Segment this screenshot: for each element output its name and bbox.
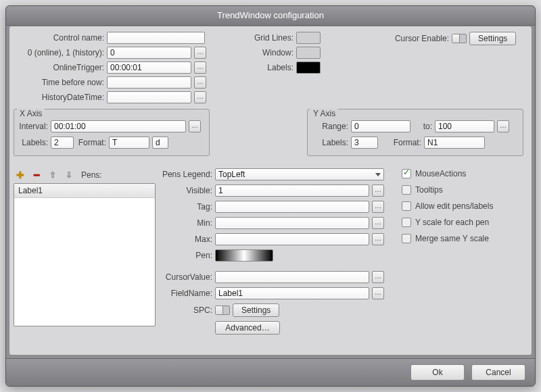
xaxis-group: X Axis Interval: 00:01:00 Labels: 2 Form…: [14, 109, 210, 156]
list-item[interactable]: Label1: [14, 184, 155, 198]
ok-button[interactable]: Ok: [410, 364, 465, 381]
move-up-button[interactable]: ⇧: [46, 168, 60, 182]
yaxis-format-label: Format:: [381, 138, 421, 147]
window-color-label: Window:: [233, 48, 293, 57]
yaxis-format-field[interactable]: N1: [424, 137, 485, 149]
time-before-now-label: Time before now:: [9, 78, 104, 87]
xaxis-interval-browse-button[interactable]: [189, 120, 201, 132]
tag-label: Tag:: [158, 202, 212, 212]
move-down-button[interactable]: ⇩: [62, 168, 76, 182]
mode-label: 0 (online), 1 (history):: [9, 48, 104, 57]
mode-field[interactable]: 0: [107, 47, 191, 59]
xaxis-format-label: Format:: [76, 138, 106, 147]
cancel-button[interactable]: Cancel: [471, 364, 525, 381]
labels-color[interactable]: [296, 62, 321, 74]
yaxis-to-label: to:: [413, 122, 432, 131]
min-label: Min:: [158, 218, 212, 228]
pens-listbox[interactable]: Label1: [14, 183, 156, 326]
xaxis-format2-field[interactable]: d: [152, 137, 168, 149]
legend-label: Pens Legend:: [158, 170, 212, 179]
titlebar: TrendWindow configuration: [6, 6, 535, 26]
labels-color-label: Labels:: [233, 63, 293, 72]
fieldname-browse-button[interactable]: [372, 287, 384, 299]
footer: Ok Cancel: [6, 358, 535, 386]
advanced-button[interactable]: Advanced…: [215, 321, 280, 335]
legend-combo[interactable]: TopLeft: [215, 168, 384, 180]
max-label: Max:: [158, 235, 212, 244]
yaxis-labels-field[interactable]: 3: [351, 137, 378, 149]
online-trigger-label: OnlineTrigger:: [9, 63, 104, 72]
history-dt-browse-button[interactable]: [194, 91, 206, 103]
xaxis-interval-label: Interval:: [14, 122, 48, 131]
cursor-settings-button[interactable]: Settings: [469, 32, 516, 45]
tag-field[interactable]: [215, 201, 369, 213]
min-field[interactable]: [215, 217, 369, 229]
cursor-value-field[interactable]: [215, 271, 369, 283]
control-name-field[interactable]: [107, 32, 205, 44]
time-before-now-browse-button[interactable]: [194, 76, 206, 89]
history-dt-label: HistoryDateTime:: [9, 93, 104, 102]
xaxis-format-field[interactable]: T: [109, 137, 149, 149]
dialog: TrendWindow configuration Control name: …: [5, 5, 536, 387]
yaxis-range-from-field[interactable]: 0: [351, 120, 410, 132]
y-each-checkbox[interactable]: Y scale for each pen: [402, 217, 489, 228]
remove-pen-button[interactable]: ━: [30, 168, 43, 182]
visible-browse-button[interactable]: [372, 185, 384, 197]
spc-settings-button[interactable]: Settings: [233, 303, 279, 317]
online-trigger-browse-button[interactable]: [194, 62, 206, 74]
cursor-enable-toggle[interactable]: [452, 34, 467, 43]
yaxis-range-label: Range:: [308, 122, 348, 131]
mouse-actions-checkbox[interactable]: MouseActions: [402, 168, 466, 179]
allow-edit-checkbox[interactable]: Allow edit pens/labels: [402, 201, 493, 212]
fieldname-field[interactable]: Label1: [215, 287, 369, 299]
content: Control name: 0 (online), 1 (history): 0…: [9, 26, 532, 356]
xaxis-interval-field[interactable]: 00:01:00: [51, 120, 186, 132]
spc-label: SPC:: [158, 305, 212, 315]
xaxis-title: X Axis: [17, 109, 45, 118]
history-dt-field[interactable]: [107, 91, 191, 103]
window-title: TrendWindow configuration: [217, 10, 324, 20]
visible-label: Visible:: [158, 186, 212, 195]
xaxis-labels-field[interactable]: 2: [51, 137, 74, 149]
mode-browse-button[interactable]: [194, 47, 206, 59]
yaxis-group: Y Axis Range: 0 to: 100 Labels: 3 Format…: [307, 109, 523, 156]
pen-label: Pen:: [158, 251, 212, 260]
pen-swatch[interactable]: [215, 249, 273, 262]
gridlines-color[interactable]: [296, 32, 321, 44]
yaxis-labels-label: Labels:: [308, 138, 348, 147]
pens-label: Pens:: [81, 170, 105, 180]
min-browse-button[interactable]: [372, 217, 384, 229]
tag-browse-button[interactable]: [372, 201, 384, 213]
max-browse-button[interactable]: [372, 233, 384, 245]
fieldname-label: FieldName:: [158, 289, 212, 298]
merge-y-checkbox[interactable]: Merge same Y scale: [402, 233, 489, 244]
gridlines-label: Grid Lines:: [233, 33, 293, 43]
yaxis-range-to-field[interactable]: 100: [435, 120, 494, 132]
online-trigger-field[interactable]: 00:00:01: [107, 62, 191, 74]
control-name-label: Control name:: [9, 33, 104, 43]
tooltips-checkbox[interactable]: Tooltips: [402, 185, 443, 195]
visible-field[interactable]: 1: [215, 185, 369, 197]
add-pen-button[interactable]: ✚: [14, 168, 27, 182]
xaxis-labels-label: Labels:: [14, 138, 48, 147]
time-before-now-field[interactable]: [107, 76, 191, 89]
max-field[interactable]: [215, 233, 369, 245]
window-color[interactable]: [296, 47, 321, 59]
spc-toggle[interactable]: [215, 305, 230, 315]
yaxis-title: Y Axis: [310, 109, 338, 118]
cursor-enable-label: Cursor Enable:: [388, 34, 449, 43]
cursor-value-label: CursorValue:: [158, 272, 212, 282]
yaxis-range-browse-button[interactable]: [497, 120, 509, 132]
cursor-value-browse-button[interactable]: [372, 271, 384, 283]
